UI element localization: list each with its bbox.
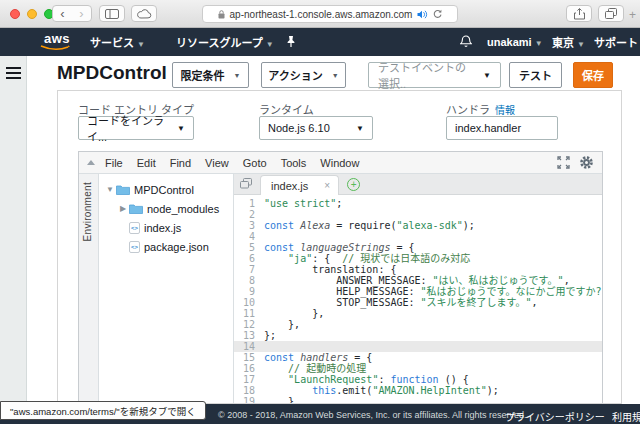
code-line-12[interactable]: 12 }, [234, 319, 602, 330]
code-area[interactable]: 1"use strict";23const Alexa = require("a… [234, 195, 602, 404]
close-window-button[interactable] [10, 9, 20, 19]
chevron-down-icon: ▼ [356, 124, 364, 133]
handler-info-link[interactable]: 情報 [495, 105, 515, 116]
menu-hamburger-icon[interactable] [6, 64, 21, 82]
code-text: this.emit("AMAZON.HelpIntent"); [264, 385, 499, 396]
code-line-1[interactable]: 1"use strict"; [234, 198, 602, 209]
aws-navbar: aws サービス▼ リソースグループ▼ unakami▼ 東京▼ サポート▼ [0, 28, 640, 56]
icloud-tabs-button[interactable] [131, 5, 157, 22]
code-line-16[interactable]: 16 // 起動時の処理 [234, 363, 602, 374]
code-line-14[interactable]: 14 [234, 341, 602, 352]
code-line-19[interactable]: 19 } [234, 396, 602, 404]
tab-overview-icon [605, 8, 617, 19]
pin-shortcut-button[interactable] [286, 35, 296, 48]
code-line-7[interactable]: 7 translation: { [234, 264, 602, 275]
new-editor-tab-button[interactable]: + [347, 178, 360, 191]
line-number: 4 [234, 231, 264, 242]
code-text: const Alexa = require("alexa-sdk"); [264, 220, 475, 231]
menu-find[interactable]: Find [170, 157, 191, 169]
privacy-policy-link[interactable]: プライバシーポリシー [505, 409, 605, 424]
chevron-down-icon: ▼ [177, 124, 185, 133]
save-button[interactable]: 保存 [573, 62, 613, 88]
minimize-window-button[interactable] [27, 9, 37, 19]
code-line-18[interactable]: 18 this.emit("AMAZON.HelpIntent"); [234, 385, 602, 396]
nav-support[interactable]: サポート▼ [594, 34, 640, 50]
editor-menus: FileEditFindViewGotoToolsWindow [105, 157, 359, 169]
code-text: }, [264, 308, 324, 319]
notifications-button[interactable] [460, 35, 472, 48]
code-line-8[interactable]: 8 ANSWER_MESSAGE: "はい、私はおじゅうです。", [234, 275, 602, 286]
menu-goto[interactable]: Goto [243, 157, 267, 169]
new-tab-button[interactable]: + [629, 8, 636, 22]
js-file-icon: <> [129, 222, 140, 234]
code-line-17[interactable]: 17 "LaunchRequest": function () { [234, 374, 602, 385]
code-line-2[interactable]: 2 [234, 209, 602, 220]
sidebar-toggle-button[interactable] [99, 5, 125, 22]
code-line-9[interactable]: 9 HELP_MESSAGE: "私はおじゅうです。なにかご用ですか?", [234, 286, 602, 297]
main-content: MPDControl 限定条件 ▼ アクション ▼ テストイベントの選択.. ▼… [0, 56, 640, 404]
tab-list-icon[interactable] [240, 178, 252, 189]
tree-item-package.json[interactable]: <>package.json [99, 237, 233, 256]
tree-item-index.js[interactable]: <>index.js [99, 218, 233, 237]
code-line-15[interactable]: 15const handlers = { [234, 352, 602, 363]
terms-link[interactable]: 利用規約 [612, 409, 640, 424]
handler-input[interactable]: index.handler [446, 116, 558, 140]
nav-account[interactable]: unakami▼ [487, 36, 543, 48]
qualifier-dropdown-button[interactable]: 限定条件 ▼ [172, 62, 249, 88]
history-nav-group[interactable]: ‹ › [52, 5, 92, 22]
address-bar[interactable]: ap-northeast-1.console.aws.amazon.com [202, 5, 458, 23]
test-event-select[interactable]: テストイベントの選択.. ▼ [368, 62, 501, 88]
tree-item-node_modules[interactable]: ▶node_modules [99, 199, 233, 218]
forward-button[interactable]: › [72, 6, 91, 21]
close-tab-icon[interactable]: × [324, 180, 330, 191]
gear-icon[interactable] [579, 155, 594, 170]
code-line-11[interactable]: 11 }, [234, 308, 602, 319]
tab-index-js[interactable]: index.js × [260, 175, 339, 195]
chevron-down-icon: ▼ [137, 40, 145, 49]
menu-window[interactable]: Window [320, 157, 359, 169]
copyright-text: © 2008 - 2018, Amazon Web Services, Inc.… [218, 410, 526, 420]
aws-logo[interactable]: aws [40, 32, 74, 51]
menu-edit[interactable]: Edit [137, 157, 156, 169]
bell-icon [460, 35, 472, 48]
code-text: }, [264, 319, 300, 330]
nav-resource-groups[interactable]: リソースグループ▼ [176, 34, 274, 50]
back-button[interactable]: ‹ [53, 6, 72, 21]
tree-caret-collapsed-icon[interactable]: ▶ [118, 204, 128, 213]
fullscreen-icon[interactable] [557, 156, 570, 169]
line-number: 5 [234, 242, 264, 253]
audio-mute-icon[interactable] [417, 10, 428, 19]
share-icon [574, 8, 585, 20]
reload-icon[interactable] [433, 9, 442, 19]
function-title: MPDControl [57, 62, 167, 84]
line-number: 10 [234, 297, 264, 308]
pin-icon [286, 35, 296, 48]
tree-caret-expanded-icon[interactable]: ▼ [105, 185, 115, 194]
editor-tabbar: index.js × + [234, 174, 602, 195]
nav-region[interactable]: 東京▼ [552, 34, 585, 50]
code-editor: FileEditFindViewGotoToolsWindow [78, 151, 603, 404]
code-line-6[interactable]: 6 "ja": { // 現状では日本語のみ対応 [234, 253, 602, 264]
actions-dropdown-button[interactable]: アクション ▼ [261, 62, 346, 88]
menu-file[interactable]: File [105, 157, 123, 169]
code-line-13[interactable]: 13}; [234, 330, 602, 341]
code-line-3[interactable]: 3const Alexa = require("alexa-sdk"); [234, 220, 602, 231]
share-button[interactable] [566, 5, 592, 22]
window-controls[interactable] [10, 9, 54, 19]
code-text: ANSWER_MESSAGE: "はい、私はおじゅうです。", [264, 275, 570, 286]
collapse-menubar-icon[interactable] [87, 160, 95, 165]
menu-view[interactable]: View [205, 157, 229, 169]
tree-item-MPDControl[interactable]: ▼MPDControl [99, 180, 233, 199]
menu-tools[interactable]: Tools [281, 157, 307, 169]
nav-services[interactable]: サービス▼ [90, 34, 145, 50]
tab-overview-button[interactable] [598, 5, 624, 22]
code-line-5[interactable]: 5const languageStrings = { [234, 242, 602, 253]
environment-tab-strip[interactable]: Environment [79, 174, 99, 404]
test-button[interactable]: テスト [509, 62, 562, 88]
code-line-10[interactable]: 10 STOP_MESSAGE: "スキルを終了します。", [234, 297, 602, 308]
tree-item-label: package.json [144, 241, 209, 253]
runtime-select[interactable]: Node.js 6.10 ▼ [259, 116, 373, 140]
line-number: 19 [234, 396, 264, 404]
code-line-4[interactable]: 4 [234, 231, 602, 242]
code-entry-type-select[interactable]: コードをインライ... ▼ [78, 116, 194, 140]
